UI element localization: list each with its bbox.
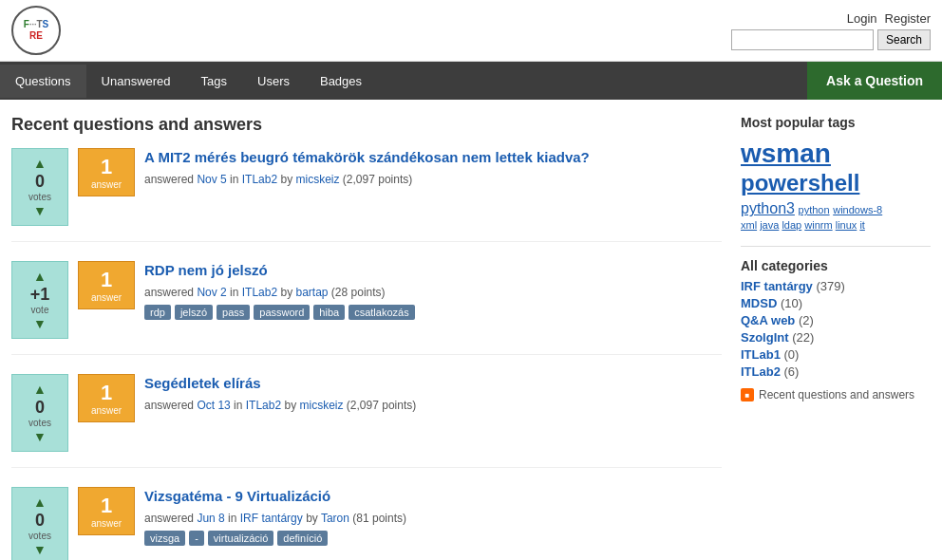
question-title-q3[interactable]: Segédletek elírás (144, 374, 722, 393)
vote-label-q3: votes (28, 418, 51, 428)
question-title-q2[interactable]: RDP nem jó jelszó (144, 261, 722, 280)
tag-virtualizacio[interactable]: virtualizáció (208, 531, 273, 546)
question-title-q4[interactable]: Vizsgatéma - 9 Virtualizáció (144, 487, 722, 506)
tag-rdp[interactable]: rdp (144, 305, 171, 320)
vote-box-q3: ▲ 0 votes ▼ (11, 374, 68, 452)
meta-category-q1[interactable]: ITLab2 (242, 173, 277, 186)
tag-linux-small[interactable]: linux (836, 219, 857, 231)
small-tags-row: xml java ldap winrm linux it (741, 219, 931, 231)
category-link-itlab2[interactable]: ITLab2 (741, 364, 781, 379)
nav-item-badges[interactable]: Badges (305, 65, 377, 98)
category-link-mdsd[interactable]: MDSD (741, 296, 777, 310)
vote-down-q3[interactable]: ▼ (31, 428, 48, 445)
meta-in-q1: in (230, 173, 242, 186)
rss-recent-link[interactable]: Recent questions and answers (759, 388, 914, 401)
question-content-q4: Vizsgatéma - 9 Virtualizáció answered Ju… (144, 487, 722, 546)
nav-left: Questions Unanswered Tags Users Badges (0, 65, 377, 98)
ask-question-button[interactable]: Ask a Question (807, 62, 942, 100)
tag-it-small[interactable]: it (859, 219, 865, 231)
category-item-mdsd: MDSD (10) (741, 296, 931, 310)
meta-prefix-q4: answered (144, 512, 194, 525)
vote-label-q1: votes (28, 192, 51, 202)
meta-author-q2[interactable]: bartap (295, 286, 328, 299)
question-item: ▲ 0 votes ▼ 1 answer A MIT2 mérés beugró… (11, 148, 722, 242)
meta-points-q3: (2,097 points) (347, 399, 416, 412)
tag-python3-med[interactable]: python3 (741, 200, 795, 216)
question-meta-q2: answered Nov 2 in ITLab2 by bartap (28 p… (144, 286, 722, 299)
vote-down-q1[interactable]: ▼ (31, 202, 48, 219)
tag-csatlakozes[interactable]: csatlakozás (349, 305, 414, 320)
meta-category-q3[interactable]: ITLab2 (246, 399, 281, 412)
meta-author-q1[interactable]: micskeiz (295, 173, 339, 186)
vote-down-q4[interactable]: ▼ (31, 541, 48, 558)
meta-author-q3[interactable]: micskeiz (299, 399, 343, 412)
tag-jelszo[interactable]: jelszó (175, 305, 213, 320)
meta-date-link-q1[interactable]: Nov 5 (197, 173, 226, 186)
tag-winrm-small[interactable]: winrm (804, 219, 832, 231)
popular-tags: wsman powershell python3 python windows-… (741, 138, 931, 231)
tag-definicio[interactable]: definíció (277, 531, 328, 546)
answer-box-q3: 1 answer (78, 374, 135, 422)
category-link-irf[interactable]: IRF tantárgy (741, 279, 813, 293)
tag-pass[interactable]: pass (217, 305, 250, 320)
vote-up-q3[interactable]: ▲ (31, 381, 48, 398)
vote-box-q4: ▲ 0 votes ▼ (11, 487, 68, 560)
tag-hiba[interactable]: hiba (313, 305, 345, 320)
category-count-itlab1: (0) (784, 347, 800, 362)
question-item: ▲ 0 votes ▼ 1 answer Segédletek elírás a… (11, 374, 722, 468)
tag-dash[interactable]: - (189, 531, 204, 546)
answer-label-q4: answer (91, 518, 122, 529)
category-item-qaweb: Q&A web (2) (741, 313, 931, 327)
category-count-qaweb: (2) (799, 313, 814, 327)
meta-prefix-q3: answered (144, 399, 194, 412)
search-button[interactable]: Search (877, 29, 931, 50)
tag-wsman-big[interactable]: wsman (741, 138, 931, 170)
meta-date-link-q3[interactable]: Oct 13 (197, 399, 230, 412)
nav-item-users[interactable]: Users (242, 65, 305, 98)
meta-category-q2[interactable]: ITLab2 (242, 286, 277, 299)
answer-label-q2: answer (91, 292, 122, 303)
tag-password[interactable]: password (254, 305, 310, 320)
category-link-qaweb[interactable]: Q&A web (741, 313, 795, 327)
vote-down-q2[interactable]: ▼ (31, 315, 48, 332)
tag-python-small[interactable]: python (799, 204, 830, 215)
meta-category-q4[interactable]: IRF tantárgy (240, 512, 303, 525)
category-count-mdsd: (10) (781, 296, 802, 310)
meta-by-q2: by (280, 286, 295, 299)
category-link-itlab1[interactable]: ITLab1 (741, 347, 781, 362)
vote-count-q2: +1 (30, 285, 50, 305)
tag-vizsga[interactable]: vizsga (144, 531, 185, 546)
tag-windows8-small[interactable]: windows-8 (833, 204, 882, 215)
meta-date-link-q4[interactable]: Jun 8 (197, 512, 224, 525)
tag-ldap-small[interactable]: ldap (782, 219, 801, 231)
search-input[interactable] (731, 29, 874, 50)
questions-list: Recent questions and answers ▲ 0 votes ▼… (11, 115, 722, 560)
register-link[interactable]: Register (885, 11, 931, 26)
answer-count-q2: 1 (101, 268, 112, 292)
category-count-itlab2: (6) (784, 364, 800, 379)
vote-up-q2[interactable]: ▲ (31, 268, 48, 285)
meta-prefix-q1: answered (144, 173, 194, 186)
meta-author-q4[interactable]: Taron (321, 512, 349, 525)
category-item-itlab2: ITLab2 (6) (741, 364, 931, 379)
logo: F··· TS RE (11, 6, 61, 55)
tag-java-small[interactable]: java (760, 219, 779, 231)
category-link-szolgint[interactable]: SzolgInt (741, 330, 789, 345)
question-title-q1[interactable]: A MIT2 mérés beugró témakörök szándékosa… (144, 148, 722, 167)
meta-date-link-q2[interactable]: Nov 2 (197, 286, 226, 299)
nav-item-tags[interactable]: Tags (186, 65, 242, 98)
vote-label-q4: votes (28, 531, 51, 541)
tag-powershell-big[interactable]: powershell (741, 170, 931, 197)
tag-xml-small[interactable]: xml (741, 219, 757, 231)
nav-item-unanswered[interactable]: Unanswered (86, 65, 186, 98)
vote-up-q1[interactable]: ▲ (31, 155, 48, 172)
login-link[interactable]: Login (847, 11, 877, 26)
search-area: Search (731, 29, 931, 50)
logo-dots: ··· (29, 20, 37, 30)
category-item-irf: IRF tantárgy (379) (741, 279, 931, 293)
question-content-q2: RDP nem jó jelszó answered Nov 2 in ITLa… (144, 261, 722, 320)
nav-item-questions[interactable]: Questions (0, 65, 86, 98)
vote-label-q2: vote (31, 305, 49, 315)
vote-up-q4[interactable]: ▲ (31, 494, 48, 511)
logo-circle: F··· TS RE (11, 6, 61, 55)
